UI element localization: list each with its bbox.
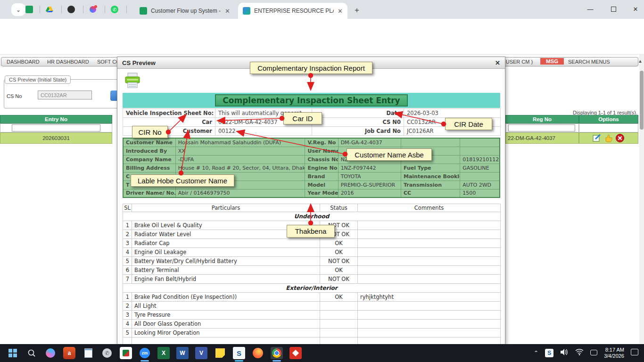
wifi-icon[interactable] bbox=[575, 349, 584, 357]
info-value: PREMIO-G-SUPERIOR bbox=[338, 181, 401, 189]
checklist-particular: Engine Fan Belt/Hybrid bbox=[132, 275, 320, 284]
separator bbox=[40, 6, 40, 13]
tab-strip: ⌄ ✆ Customer Flow up System - Goo ✕ ENTE… bbox=[0, 0, 644, 19]
info-label: Fuel Type bbox=[401, 164, 460, 172]
separator bbox=[83, 6, 83, 13]
menu-search-menus[interactable]: SEARCH MENUS bbox=[568, 59, 610, 65]
info-value bbox=[460, 138, 500, 147]
checklist-particular: Battery Terminal bbox=[132, 266, 320, 275]
callout-customer-name-asbe: Customer Name Asbe bbox=[347, 148, 432, 161]
notepad-icon[interactable] bbox=[82, 347, 94, 359]
window-close-button[interactable]: ✕ bbox=[628, 3, 643, 15]
search-button[interactable] bbox=[25, 347, 38, 359]
avro-keyboard-icon[interactable]: a bbox=[63, 347, 75, 359]
menu-msg-badge[interactable]: MSG bbox=[540, 58, 564, 65]
checklist-sl: 3 bbox=[123, 311, 132, 320]
visio-icon[interactable]: V bbox=[195, 347, 207, 359]
pinned-tab-drive[interactable] bbox=[45, 5, 54, 14]
delete-icon[interactable] bbox=[615, 133, 625, 143]
entry-no-filter-input[interactable] bbox=[12, 124, 100, 132]
tab-search-button[interactable]: ⌄ bbox=[11, 3, 25, 16]
checklist-sl bbox=[123, 337, 132, 345]
checklist-comment bbox=[358, 302, 501, 311]
word-icon[interactable]: W bbox=[176, 347, 189, 359]
checklist-sl: 2 bbox=[123, 302, 132, 311]
entry-no-row[interactable]: 202603031 bbox=[0, 132, 112, 144]
red-app-icon[interactable] bbox=[289, 347, 302, 359]
info-value: TOYOTA bbox=[338, 172, 401, 181]
new-tab-button[interactable]: + bbox=[355, 6, 359, 15]
menu-user[interactable]: ( USER CM ) bbox=[503, 59, 533, 65]
print-button[interactable] bbox=[124, 72, 141, 91]
thumbs-up-icon[interactable] bbox=[604, 134, 613, 142]
info-value: AUTO 2WD bbox=[460, 181, 500, 189]
copilot-icon[interactable] bbox=[44, 347, 57, 359]
date-label: Date bbox=[312, 109, 404, 118]
window-maximize-button[interactable] bbox=[606, 3, 620, 15]
preview-button-partial[interactable] bbox=[110, 90, 117, 101]
whatsapp-icon[interactable]: ✆ bbox=[101, 347, 113, 359]
checklist-comment bbox=[358, 311, 501, 320]
window-minimize-button[interactable]: — bbox=[583, 3, 597, 15]
options-filter-cell bbox=[579, 123, 638, 132]
firefox-icon[interactable] bbox=[252, 347, 264, 359]
info-label: Customer Name bbox=[123, 138, 175, 147]
cs-no-input[interactable] bbox=[38, 90, 92, 99]
menu-dashboard[interactable]: DASHBOARD bbox=[7, 59, 40, 65]
info-label: User Name bbox=[305, 147, 338, 155]
tab-erp-active[interactable]: ENTERPRISE RESOURCE PLANN ✕ bbox=[238, 3, 347, 19]
vehicle-info-row: Billing AddressHouse # 10, Road # 20, Se… bbox=[123, 164, 500, 172]
reg-no-column-header[interactable]: Reg No bbox=[505, 115, 579, 123]
edit-icon[interactable] bbox=[593, 134, 602, 142]
checklist-row: 5Battery Water/Dry Cell/Hybrid BatteryNO… bbox=[123, 257, 501, 266]
pinned-tab-chatgpt[interactable] bbox=[67, 5, 75, 14]
s-app-icon[interactable]: S bbox=[233, 347, 245, 359]
tray-s-icon[interactable]: S bbox=[545, 349, 553, 357]
checklist-status: NOT OK bbox=[320, 257, 358, 266]
reg-no-filter-input[interactable] bbox=[508, 124, 575, 132]
info-value: XX bbox=[175, 147, 305, 155]
info-label: Maintenance Booklet bbox=[401, 172, 460, 181]
reg-no-cell[interactable]: 22-DM-GA-42-4037 bbox=[505, 132, 579, 144]
sticky-notes-icon[interactable] bbox=[214, 347, 226, 359]
checklist-status bbox=[320, 337, 358, 345]
start-button[interactable] bbox=[7, 347, 19, 359]
tray-chevron-icon[interactable]: ⌃ bbox=[534, 350, 538, 356]
vehicle-info-row: Driver Name/ No.Abir / 01646979750Year M… bbox=[123, 189, 500, 197]
info-label: Billing Address bbox=[123, 164, 175, 172]
checklist-row: 4All Door Glass Operation bbox=[123, 320, 501, 329]
info-value: Abir / 01646979750 bbox=[175, 189, 305, 197]
info-value bbox=[460, 147, 500, 155]
cs-no-label: CS No bbox=[7, 93, 22, 99]
close-tab-icon[interactable]: ✕ bbox=[338, 8, 343, 15]
scrollbar-thumb[interactable] bbox=[640, 71, 644, 130]
pinned-tab-clickup[interactable] bbox=[89, 5, 97, 14]
pinned-tab-sheets[interactable] bbox=[25, 5, 33, 14]
modal-close-icon[interactable]: ✕ bbox=[495, 59, 500, 66]
options-column-header[interactable]: Options bbox=[579, 115, 638, 123]
checklist-status bbox=[320, 329, 358, 337]
scroll-up-arrow[interactable]: ▲ bbox=[638, 58, 643, 64]
chrome-icon[interactable] bbox=[271, 347, 283, 359]
screen-cast-icon[interactable] bbox=[590, 349, 597, 357]
notification-center-icon[interactable] bbox=[631, 349, 638, 357]
bangla-app-icon[interactable] bbox=[120, 347, 132, 359]
tab-customer-flow[interactable]: Customer Flow up System - Goo ✕ bbox=[135, 3, 235, 19]
close-tab-icon[interactable]: ✕ bbox=[225, 8, 230, 15]
tab-favicon bbox=[243, 7, 250, 15]
drive-icon bbox=[46, 6, 53, 13]
tray-clock[interactable]: 8:17 AM 3/4/2026 bbox=[604, 347, 624, 359]
checklist-status: OK bbox=[320, 248, 358, 257]
checklist-header: Comments bbox=[358, 204, 501, 212]
excel-icon[interactable]: X bbox=[157, 347, 170, 359]
bookmarks-bar: GGoogle Translate aavro.im Project manag… bbox=[0, 40, 644, 55]
zoom-icon[interactable]: zm bbox=[139, 347, 151, 359]
menu-hr-dashboard[interactable]: HR DASHBOARD bbox=[47, 59, 89, 65]
tab-title: ENTERPRISE RESOURCE PLANN bbox=[254, 8, 334, 14]
info-value: GASOLINE bbox=[460, 164, 500, 172]
info-label: V.Reg. No bbox=[305, 138, 338, 147]
entry-no-column-header[interactable]: Entry No bbox=[0, 115, 112, 123]
pinned-tab-whatsapp[interactable]: ✆ bbox=[110, 5, 119, 14]
volume-icon[interactable] bbox=[560, 348, 569, 358]
info-label: Driver Name/ No. bbox=[123, 189, 175, 197]
